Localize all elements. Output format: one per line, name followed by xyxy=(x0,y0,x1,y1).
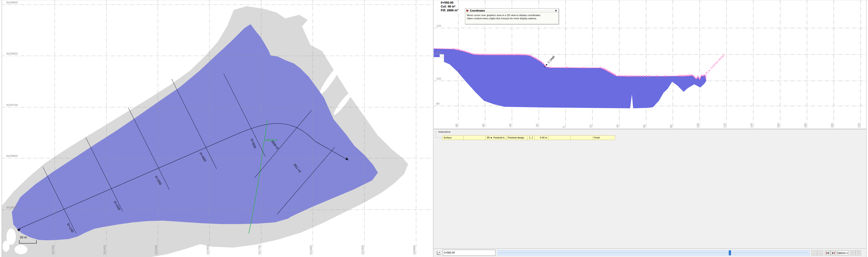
offset-tick-label: 20 xyxy=(589,125,592,128)
surface-node xyxy=(453,48,454,49)
easting-label: 101900 xyxy=(361,245,364,255)
surface-node xyxy=(697,76,699,77)
instruction-field-finished-design[interactable]: Finished design xyxy=(506,136,527,140)
offset-tick-label: -20 xyxy=(535,124,538,128)
surface-node xyxy=(693,76,695,77)
scale-bar-label: 20 m xyxy=(20,235,27,239)
surface-node xyxy=(633,75,635,77)
surface-node xyxy=(459,49,460,50)
northing-label: 6429800 xyxy=(6,52,18,55)
prev-station-button[interactable]: ← xyxy=(811,250,817,256)
first-station-button[interactable]: ◄ xyxy=(825,250,831,256)
instruction-field-surface[interactable]: Surface xyxy=(442,136,464,140)
easting-label: 101400 xyxy=(103,245,106,255)
surface-node xyxy=(684,75,685,76)
surface-node xyxy=(520,54,521,55)
surface-node xyxy=(625,75,626,77)
surface-node xyxy=(540,61,541,62)
surface-node xyxy=(534,57,535,58)
surface-node xyxy=(566,67,567,68)
surface-node xyxy=(487,54,488,55)
northing-label: 6429700 xyxy=(6,103,18,107)
coordinates-dialog-titlebar[interactable]: xy Coordinates ✕ xyxy=(465,8,559,13)
elevation-tick-label: 110 xyxy=(436,50,441,54)
instruction-field-0-00-m[interactable]: 0.00 m xyxy=(534,136,549,140)
northing-label: 6429500 xyxy=(6,206,18,209)
surface-node xyxy=(680,75,681,76)
surface-node xyxy=(527,54,529,56)
elevation-tick-label: 90 xyxy=(436,102,439,105)
close-icon[interactable]: ✕ xyxy=(554,9,558,12)
surface-node xyxy=(464,51,465,52)
plan-view-canvas[interactable]: 6429900642980064297006429600642950010130… xyxy=(0,0,433,257)
zoom-out-button[interactable]: ⇩ xyxy=(856,250,861,256)
surface-node xyxy=(477,54,478,55)
instruction-field-2r-finished-d-[interactable]: 2R ► Finished d... xyxy=(486,136,506,140)
offset-tick-label: -40 xyxy=(508,124,512,128)
section-station-icon xyxy=(436,250,441,256)
instruction-field-empty[interactable] xyxy=(549,136,570,140)
instruction-field-finish[interactable]: Finish xyxy=(593,136,615,140)
surface-node xyxy=(489,54,490,55)
surface-node xyxy=(695,78,696,79)
width-icon: ↔ xyxy=(529,136,532,139)
offset-tick-label: -60 xyxy=(482,124,485,128)
options-button[interactable]: Options ▼ xyxy=(837,250,848,256)
offset-tick-label: 160 xyxy=(777,123,780,128)
surface-node xyxy=(508,54,509,55)
surface-node xyxy=(643,75,644,77)
surface-node xyxy=(456,48,457,50)
slider-track[interactable] xyxy=(499,253,808,253)
coordinates-dialog-body: Move cursor over graphics area in a 2D v… xyxy=(465,13,559,21)
instruction-field-empty[interactable] xyxy=(464,136,486,140)
surface-node xyxy=(637,75,638,77)
section-readout: 0+550.00 Cut: 46 m² Fill: 2686 m² xyxy=(441,1,458,12)
surface-node xyxy=(699,78,701,79)
surface-node xyxy=(583,67,585,68)
surface-node xyxy=(470,52,471,54)
slider-thumb[interactable] xyxy=(729,250,731,255)
cross-section-panel: -80-60-40-200204060801001201401601802002… xyxy=(434,0,868,257)
surface-node xyxy=(665,75,666,77)
coordinates-dialog-line2: Open context menu (right-click mouse) fo… xyxy=(467,17,557,20)
width-measure-icon[interactable]: ↔ xyxy=(527,136,534,140)
instruction-field-empty[interactable] xyxy=(570,136,593,140)
surface-node xyxy=(701,75,703,76)
last-station-button[interactable]: ► xyxy=(831,250,836,256)
surface-node xyxy=(496,54,497,55)
station-input[interactable] xyxy=(443,250,495,256)
terrain-gap xyxy=(14,245,27,254)
fill-readout: Fill: 2686 m² xyxy=(441,8,458,12)
surface-node xyxy=(600,67,601,68)
surface-node xyxy=(517,54,518,55)
surface-node xyxy=(646,75,647,77)
surface-node xyxy=(678,75,679,76)
surface-node xyxy=(542,63,544,64)
surface-node xyxy=(703,75,704,76)
panel-divider[interactable] xyxy=(433,0,433,257)
surface-node xyxy=(510,54,511,55)
surface-node xyxy=(522,54,523,55)
surface-node xyxy=(524,54,525,56)
elevation-annotation: 102.05 m xyxy=(265,139,277,142)
surface-node xyxy=(501,54,502,55)
northing-label: 6429600 xyxy=(6,154,18,157)
application-window: 6429900642980064297006429600642950010130… xyxy=(0,0,868,257)
surface-node xyxy=(649,75,650,77)
surface-node xyxy=(688,75,689,76)
surface-node xyxy=(691,74,693,76)
svg-text:xy: xy xyxy=(468,9,469,11)
station-slider[interactable] xyxy=(497,250,810,256)
tree-guide xyxy=(436,138,442,138)
surface-node xyxy=(494,54,495,55)
zoom-in-button[interactable]: ⇧ xyxy=(850,250,855,256)
surface-node xyxy=(606,70,607,71)
easting-label: 101300 xyxy=(51,245,55,255)
next-station-button[interactable]: → xyxy=(817,250,823,256)
instructions-title: Instructions xyxy=(438,131,451,133)
chevron-down-icon: ▼ xyxy=(846,252,848,254)
offset-tick-label: -80 xyxy=(455,124,458,128)
easting-label: 101800 xyxy=(309,245,312,255)
terrain-gap xyxy=(3,241,9,252)
easting-label: 101500 xyxy=(154,245,158,255)
